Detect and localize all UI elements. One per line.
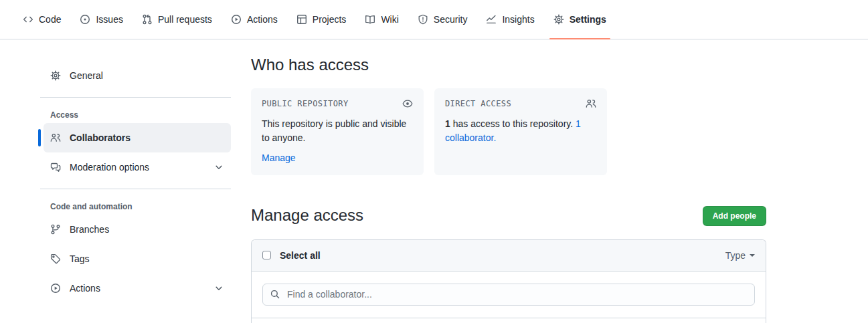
access-summary-cards: PUBLIC REPOSITORY This repository is pub… <box>251 88 766 175</box>
sidebar-item-general[interactable]: General <box>44 61 231 90</box>
sidebar-item-label: Actions <box>70 283 100 294</box>
tab-insights[interactable]: Insights <box>478 0 542 39</box>
tab-label: Settings <box>570 14 606 25</box>
type-filter-dropdown[interactable]: Type <box>725 250 755 261</box>
tab-label: Wiki <box>381 14 398 25</box>
tab-label: Actions <box>247 14 278 25</box>
sidebar-item-actions[interactable]: Actions <box>44 274 231 303</box>
caret-down-icon <box>750 254 755 257</box>
select-all-label: Select all <box>280 250 321 261</box>
sidebar-item-moderation-options[interactable]: Moderation options <box>44 152 231 182</box>
tab-label: Insights <box>502 14 534 25</box>
tab-label: Code <box>39 14 61 25</box>
find-collaborator-input[interactable] <box>286 288 748 300</box>
collaborators-table: Select all Type <box>251 239 766 323</box>
tab-label: Security <box>434 14 468 25</box>
sidebar-divider <box>40 189 231 189</box>
sidebar-item-label: Moderation options <box>70 162 149 173</box>
shield-icon <box>418 14 428 25</box>
issue-opened-icon <box>80 14 90 25</box>
tab-actions[interactable]: Actions <box>223 0 286 39</box>
card-body-text: This repository is public and visible to… <box>262 117 413 145</box>
gear-icon <box>553 14 564 25</box>
manage-access-heading: Manage access <box>251 206 363 225</box>
book-icon <box>365 14 375 25</box>
gear-icon <box>50 70 61 81</box>
code-icon <box>23 14 33 25</box>
tab-label: Issues <box>96 14 122 25</box>
tab-code[interactable]: Code <box>15 0 69 39</box>
tab-settings[interactable]: Settings <box>545 0 614 39</box>
sidebar-section-access: Access <box>44 104 231 123</box>
sidebar-item-branches[interactable]: Branches <box>44 215 231 244</box>
sidebar-item-label: Tags <box>70 253 90 264</box>
sidebar-item-label: General <box>70 70 103 81</box>
collaborator-count: 1 <box>445 118 450 129</box>
sidebar-section-code-and-automation: Code and automation <box>44 196 231 215</box>
play-circle-icon <box>50 283 61 294</box>
play-circle-icon <box>231 14 242 25</box>
type-filter-label: Type <box>725 250 746 261</box>
sidebar-item-collaborators[interactable]: Collaborators <box>44 123 231 152</box>
tab-projects[interactable]: Projects <box>288 0 355 39</box>
sidebar-item-label: Collaborators <box>70 132 131 143</box>
card-label: DIRECT ACCESS <box>445 99 511 108</box>
public-repository-card: PUBLIC REPOSITORY This repository is pub… <box>251 88 424 175</box>
sidebar-item-label: Branches <box>70 224 109 235</box>
add-people-button[interactable]: Add people <box>703 206 766 226</box>
collaborators-table-header: Select all Type <box>252 240 766 272</box>
tab-wiki[interactable]: Wiki <box>357 0 406 39</box>
manage-access-header-row: Manage access Add people <box>251 206 766 226</box>
people-icon <box>50 132 61 143</box>
chevron-down-icon <box>213 162 224 173</box>
sidebar-item-tags[interactable]: Tags <box>44 244 231 274</box>
collaborator-search-box <box>262 284 755 306</box>
git-branch-icon <box>50 224 61 235</box>
who-has-access-heading: Who has access <box>251 56 766 75</box>
card-label: PUBLIC REPOSITORY <box>262 99 349 108</box>
search-icon <box>270 289 280 300</box>
git-pull-request-icon <box>142 14 153 25</box>
repo-tab-nav: Code Issues Pull requests Actions Projec… <box>0 0 868 39</box>
direct-access-card: DIRECT ACCESS 1 has access to this repos… <box>434 88 607 175</box>
people-icon <box>586 98 596 109</box>
select-all-checkbox[interactable] <box>262 251 271 259</box>
comment-discussion-icon <box>50 162 61 173</box>
tag-icon <box>50 253 61 264</box>
settings-sidebar: General Access Collaborators Moderation … <box>40 39 231 303</box>
main-content: Who has access PUBLIC REPOSITORY This re… <box>251 39 766 323</box>
tab-label: Projects <box>313 14 347 25</box>
table-icon <box>296 14 307 25</box>
manage-link[interactable]: Manage <box>262 152 296 163</box>
chevron-down-icon <box>213 283 224 294</box>
sidebar-divider <box>40 97 231 98</box>
card-body-text: 1 has access to this repository. 1 colla… <box>445 117 596 145</box>
eye-icon <box>402 98 413 109</box>
tab-security[interactable]: Security <box>410 0 476 39</box>
tab-label: Pull requests <box>158 14 212 25</box>
collaborator-row-partial <box>252 318 766 323</box>
tab-pull-requests[interactable]: Pull requests <box>134 0 220 39</box>
tab-issues[interactable]: Issues <box>72 0 131 39</box>
collaborator-search-row <box>252 272 766 318</box>
graph-icon <box>486 14 497 25</box>
